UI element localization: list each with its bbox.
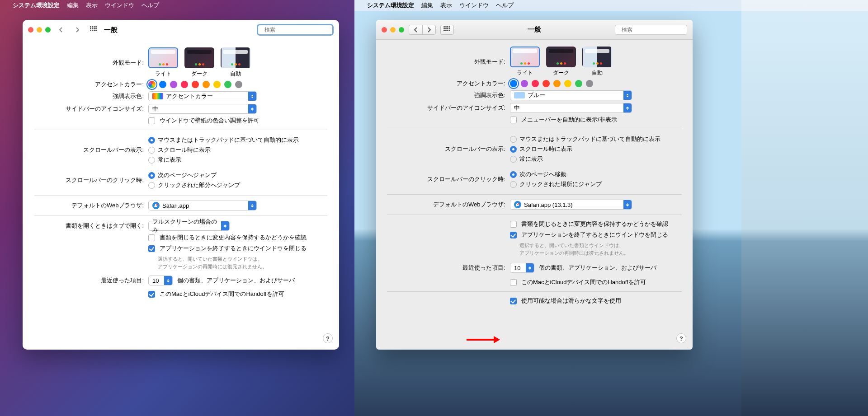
accent-red[interactable] [192,81,199,88]
forward-button[interactable] [71,25,83,35]
font-smoothing-checkbox[interactable] [510,298,517,304]
scrollbar-auto-radio[interactable] [148,137,155,144]
accent-red[interactable] [542,80,550,87]
recent-suffix: 個の書類、アプリケーション、およびサーバ [177,276,295,285]
accent-multicolor[interactable] [148,81,156,88]
close-button[interactable] [28,27,33,33]
sidebar-size-select[interactable]: 中 [148,104,257,114]
back-button[interactable] [55,25,67,35]
menu-view[interactable]: 表示 [440,0,452,11]
accent-purple[interactable] [170,81,177,88]
menu-view[interactable]: 表示 [86,0,98,11]
close-button[interactable] [382,27,387,33]
menu-edit[interactable]: 編集 [421,0,433,11]
browser-label: デフォルトのWebブラウザ: [34,201,148,210]
close-windows-checkbox[interactable] [148,245,155,252]
scrollbar-click-label: スクロールバーのクリック時: [387,175,510,183]
accent-orange[interactable] [553,80,561,87]
accent-blue[interactable] [159,81,166,88]
help-button[interactable]: ? [323,333,333,343]
handoff-checkbox[interactable] [148,291,155,298]
zoom-button[interactable] [45,27,51,33]
wallpaper-tint-checkbox[interactable] [148,117,155,124]
app-menu[interactable]: システム環境設定 [13,0,60,11]
jump-next-radio[interactable] [148,172,155,179]
annotation-arrow [467,336,504,343]
appearance-label: 外観モード: [34,59,148,67]
tabs-select[interactable]: フルスクリーンの場合のみ [148,221,230,231]
sidebar-size-select[interactable]: 中 [510,103,632,113]
help-button[interactable]: ? [676,333,686,343]
recent-select[interactable]: 10 [148,276,173,285]
scrollbar-auto-radio[interactable] [510,136,517,143]
highlight-select[interactable]: ブルー [510,90,632,100]
accent-yellow[interactable] [213,81,221,88]
safari-icon [514,201,521,208]
menu-help[interactable]: ヘルプ [496,0,514,11]
search-field[interactable] [615,25,687,35]
appearance-option-light[interactable]: ライト [510,47,540,77]
close-windows-checkbox[interactable] [510,232,517,238]
appearance-option-light[interactable]: ライト [148,47,178,78]
accent-green[interactable] [575,80,582,87]
search-input[interactable] [264,27,332,33]
accent-pink[interactable] [181,81,188,88]
browser-label: デフォルトのWebブラウザ: [387,201,510,209]
jump-spot-radio[interactable] [510,181,517,188]
menu-window[interactable]: ウインドウ [105,0,134,11]
scrollbar-always-radio[interactable] [148,157,155,164]
show-all-button[interactable] [88,25,99,35]
accent-swatches [148,81,327,88]
handoff-checkbox[interactable] [510,279,517,286]
ask-changes-checkbox[interactable] [148,234,155,241]
accent-blue[interactable] [510,80,517,87]
accent-green[interactable] [224,81,231,88]
scrollbar-always-radio[interactable] [510,156,517,163]
minimize-button[interactable] [37,27,42,33]
browser-select[interactable]: Safari.app (13.1.3) [510,200,632,210]
scrollbar-scrolling-radio[interactable] [510,146,517,153]
search-input[interactable] [622,27,689,33]
accent-graphite[interactable] [235,81,242,88]
menubar-autohide-checkbox[interactable] [510,117,517,123]
close-windows-label: アプリケーションを終了するときにウインドウを閉じる [160,244,307,252]
back-button[interactable] [409,25,422,35]
ask-changes-checkbox[interactable] [510,221,517,228]
menubar[interactable]: システム環境設定 編集 表示 ウインドウ ヘルプ [0,0,354,11]
scrollbar-click-label: スクロールバーのクリック時: [34,176,148,184]
highlight-label: 強調表示色: [34,92,148,100]
forward-button[interactable] [422,25,436,35]
scrollbar-scrolling-radio[interactable] [148,147,155,154]
toolbar: 一般 [23,20,339,40]
recent-select[interactable]: 10 [510,263,534,273]
appearance-label: 外観モード: [387,58,510,66]
close-windows-label: アプリケーションを終了するときにウインドウを閉じる [521,231,668,239]
appearance-option-dark[interactable]: ダーク [184,47,214,78]
menu-edit[interactable]: 編集 [67,0,79,11]
sidebar-size-label: サイドバーのアイコンサイズ: [387,104,510,112]
search-field[interactable] [257,24,334,36]
jump-spot-radio[interactable] [148,182,155,189]
jump-next-radio[interactable] [510,171,517,178]
app-menu[interactable]: システム環境設定 [367,0,414,11]
menu-help[interactable]: ヘルプ [142,0,159,11]
appearance-option-auto[interactable]: 自動 [221,47,250,78]
accent-orange[interactable] [203,81,210,88]
accent-label: アクセントカラー: [387,79,510,88]
appearance-option-dark[interactable]: ダーク [546,47,576,77]
zoom-button[interactable] [399,27,404,33]
ask-changes-label: 書類を閉じるときに変更内容を保持するかどうかを確認 [160,234,307,242]
accent-purple[interactable] [521,80,528,87]
accent-graphite[interactable] [586,80,593,87]
wallpaper-tint-label: ウインドウで壁紙の色合い調整を許可 [160,117,259,125]
ask-changes-label: 書類を閉じるときに変更内容を保持するかどうかを確認 [521,220,668,228]
highlight-select[interactable]: アクセントカラー [148,91,257,101]
accent-yellow[interactable] [564,80,571,87]
accent-pink[interactable] [532,80,539,87]
browser-select[interactable]: Safari.app [148,201,257,210]
menu-window[interactable]: ウインドウ [459,0,489,11]
show-all-button[interactable] [440,25,454,35]
appearance-option-auto[interactable]: 自動 [582,47,612,77]
menubar[interactable]: システム環境設定 編集 表示 ウインドウ ヘルプ [354,0,868,11]
minimize-button[interactable] [390,27,396,33]
